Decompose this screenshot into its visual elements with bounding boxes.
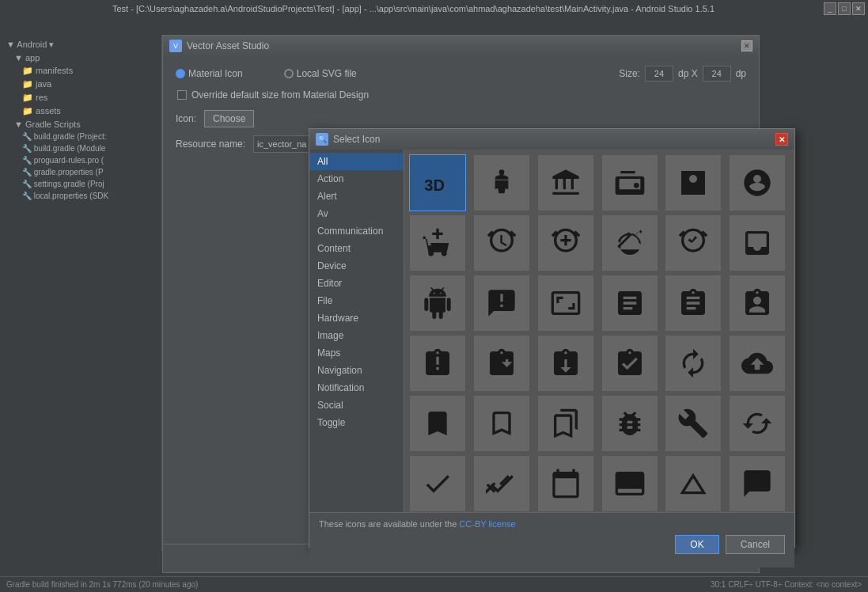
si-ok-button[interactable]: OK [675,535,718,554]
category-device[interactable]: Device [309,257,404,275]
asset-type-row: Material Icon Local SVG file Size: dp X … [176,66,746,82]
icon-chat-bubble[interactable] [729,455,786,512]
dp-y-label: dp [736,68,746,79]
icon-android[interactable] [409,275,466,332]
tree-item-build-gradle-mod[interactable]: 🔧 build.gradle (Module [3,142,158,154]
icon-bug-report[interactable] [601,395,658,452]
category-action[interactable]: Action [309,170,404,188]
icon-aspect-ratio[interactable] [537,275,594,332]
tree-item-proguard[interactable]: 🔧 proguard-rules.pro ( [3,154,158,166]
icon-account-balance-wallet[interactable] [601,154,658,211]
icon-alarm-off[interactable] [601,214,658,271]
tree-item-android[interactable]: ▼ Android ▾ [3,38,158,51]
category-all[interactable]: All [309,153,404,170]
icon-assignment-late[interactable] [409,335,466,392]
tree-item-assets[interactable]: 📁 assets [3,104,158,118]
radio-material-icon[interactable]: Material Icon [176,68,243,79]
icon-bookmark[interactable] [409,395,466,452]
svg-point-2 [634,183,639,188]
cc-by-license-link[interactable]: CC-BY license [459,519,515,529]
vas-title: Vector Asset Studio [187,40,269,51]
si-footer: These icons are available under the CC-B… [309,512,794,567]
vas-title-bar: V Vector Asset Studio ✕ [163,36,759,56]
si-close-button[interactable]: ✕ [775,133,788,146]
icon-account-box[interactable] [665,154,722,211]
category-content[interactable]: Content [309,240,404,257]
icon-calendar-today[interactable] [537,455,594,512]
tree-item-settings-gradle[interactable]: 🔧 settings.gradle (Proj [3,178,158,190]
icon-add-shopping-cart[interactable] [409,214,466,271]
category-file[interactable]: File [309,292,404,309]
icon-assessment[interactable] [601,275,658,332]
category-toggle[interactable]: Toggle [309,414,404,431]
icon-account-balance[interactable] [537,154,594,211]
category-editor[interactable]: Editor [309,275,404,292]
radio-svg-file[interactable]: Local SVG file [284,68,357,79]
size-label: Size: [619,68,640,79]
override-checkbox[interactable] [177,90,187,100]
si-title: Select Icon [333,134,380,145]
icon-assignment-returned[interactable] [537,335,594,392]
size-height-input[interactable] [703,66,731,82]
radio-material-circle [176,69,185,78]
choose-button[interactable]: Choose [204,110,254,127]
tree-item-app[interactable]: ▼ app [3,51,158,64]
title-bar: Test - [C:\Users\aghazadeh.a\AndroidStud… [0,0,868,17]
project-tree: ▼ Android ▾ ▼ app 📁 manifests 📁 java 📁 r… [0,35,161,205]
tree-item-gradle-scripts[interactable]: ▼ Gradle Scripts [3,118,158,131]
icon-3d-rotation[interactable]: 3D [409,154,466,211]
icon-check-all[interactable] [473,455,530,512]
icon-assignment-turned-in[interactable] [601,335,658,392]
category-communication[interactable]: Communication [309,222,404,240]
si-title-bar: 🔍 Select Icon ✕ [309,129,794,150]
icon-build[interactable] [665,395,722,452]
icon-bookmark-border[interactable] [473,395,530,452]
app-title: Test - [C:\Users\aghazadeh.a\AndroidStud… [3,4,824,13]
category-maps[interactable]: Maps [309,344,404,362]
tree-item-build-gradle-proj[interactable]: 🔧 build.gradle (Project: [3,131,158,142]
vas-close-button[interactable]: ✕ [741,40,752,51]
tree-item-java[interactable]: 📁 java [3,78,158,91]
category-navigation[interactable]: Navigation [309,362,404,379]
tree-item-manifests[interactable]: 📁 manifests [3,64,158,78]
icon-announcement[interactable] [473,275,530,332]
icon-assignment-return[interactable] [473,335,530,392]
icon-autorenew[interactable] [665,335,722,392]
category-hardware[interactable]: Hardware [309,309,404,327]
icon-alarm[interactable] [473,214,530,271]
icon-account-circle[interactable] [729,154,786,211]
icon-alarm-on[interactable] [665,214,722,271]
icon-call-to-action[interactable] [601,455,658,512]
category-image[interactable]: Image [309,327,404,344]
radio-svg-circle [284,69,294,78]
icon-bookmarks[interactable] [537,395,594,452]
ide-background: ▼ Android ▾ ▼ app 📁 manifests 📁 java 📁 r… [0,17,868,592]
category-alert[interactable]: Alert [309,188,404,205]
icon-assignment-ind[interactable] [729,275,786,332]
size-width-input[interactable] [645,66,673,82]
tree-item-res[interactable]: 📁 res [3,91,158,104]
icon-all-inbox[interactable] [729,214,786,271]
close-button[interactable]: ✕ [852,2,865,15]
maximize-button[interactable]: □ [838,2,851,15]
category-av[interactable]: Av [309,205,404,222]
left-panel: ▼ Android ▾ ▼ app 📁 manifests 📁 java 📁 r… [0,35,162,551]
minimize-button[interactable]: _ [824,2,836,15]
svg-point-1 [498,169,504,175]
category-notification[interactable]: Notification [309,379,404,397]
si-cancel-button[interactable]: Cancel [726,535,785,554]
icon-backup[interactable] [729,335,786,392]
icon-accessibility[interactable] [473,154,530,211]
icon-change-history[interactable] [665,455,722,512]
tree-item-local-props[interactable]: 🔧 local.properties (SDK [3,190,158,202]
override-checkbox-row: Override default size from Material Desi… [177,89,746,101]
category-social[interactable]: Social [309,397,404,414]
icon-cached[interactable] [729,395,786,452]
icon-assignment[interactable] [665,275,722,332]
svg-text:3D: 3D [424,176,445,194]
select-icon-dialog: 🔍 Select Icon ✕ All Action Alert Av Comm… [309,128,795,548]
tree-item-gradle-props[interactable]: 🔧 gradle.properties (P [3,166,158,178]
icon-check[interactable] [409,455,466,512]
si-icon-grid-container[interactable]: 3D [404,150,794,512]
icon-alarm-add[interactable] [537,214,594,271]
